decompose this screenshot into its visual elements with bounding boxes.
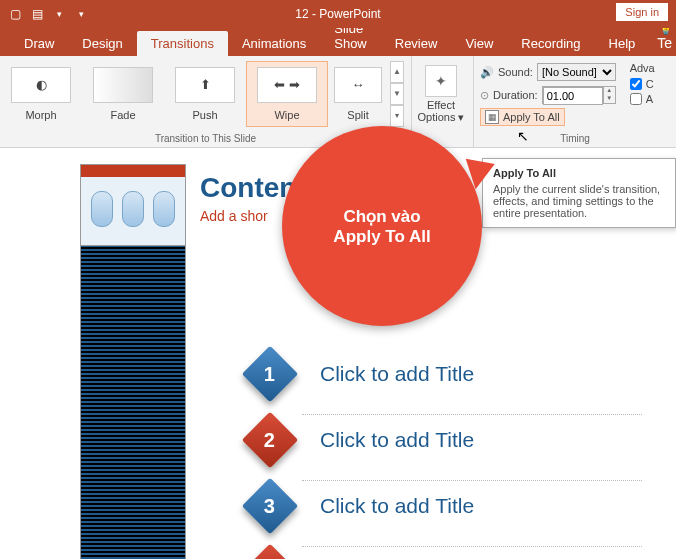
sound-label: Sound: bbox=[498, 66, 533, 78]
content-item-2[interactable]: 2 Click to add Title bbox=[250, 420, 676, 460]
effect-options-icon: ✦ bbox=[425, 65, 457, 97]
tab-view[interactable]: View bbox=[451, 31, 507, 56]
content-items: 1 Click to add Title 2 Click to add Titl… bbox=[250, 354, 676, 559]
ribbon: ◐ Morph Fade ⬆ Push ⬅ ➡ Wipe ↔ Split ▲ ▼ bbox=[0, 56, 676, 148]
wipe-icon: ⬅ ➡ bbox=[257, 67, 317, 103]
fade-icon bbox=[93, 67, 153, 103]
transition-wipe[interactable]: ⬅ ➡ Wipe bbox=[246, 61, 328, 127]
gallery-up-icon[interactable]: ▲ bbox=[390, 61, 404, 83]
push-label: Push bbox=[192, 109, 217, 121]
item-title[interactable]: Click to add Title bbox=[320, 362, 474, 386]
phone-icon bbox=[153, 191, 175, 227]
fade-label: Fade bbox=[110, 109, 135, 121]
phone-icon bbox=[122, 191, 144, 227]
customize-qat-icon[interactable]: ▾ bbox=[72, 4, 90, 24]
content-item-1[interactable]: 1 Click to add Title bbox=[250, 354, 676, 394]
timing-group: 🔊 Sound: [No Sound] ⊙ Duration: ▲▼ ▦ App… bbox=[474, 56, 676, 147]
onclick-checkbox[interactable] bbox=[630, 78, 642, 90]
content-item-4[interactable]: 4 Click to add Title bbox=[250, 552, 676, 559]
tab-help[interactable]: Help bbox=[595, 31, 650, 56]
onclick-label: C bbox=[646, 78, 654, 90]
apply-all-label: Apply To All bbox=[503, 111, 560, 123]
wipe-label: Wipe bbox=[274, 109, 299, 121]
timing-group-label: Timing bbox=[474, 131, 676, 147]
gallery-more-icon[interactable]: ▾ bbox=[390, 105, 404, 127]
apply-all-icon: ▦ bbox=[485, 110, 499, 124]
gallery-scroll: ▲ ▼ ▾ bbox=[390, 61, 404, 127]
duration-spinner[interactable]: ▲▼ bbox=[542, 86, 616, 104]
tab-draw[interactable]: Draw bbox=[10, 31, 68, 56]
apply-to-all-button[interactable]: ▦ Apply To All bbox=[480, 108, 565, 126]
gallery-down-icon[interactable]: ▼ bbox=[390, 83, 404, 105]
slide-header-image bbox=[80, 164, 186, 246]
window-title: 12 - PowerPoint bbox=[295, 7, 380, 21]
tab-review[interactable]: Review bbox=[381, 31, 452, 56]
tooltip-title: Apply To All bbox=[493, 167, 665, 179]
transition-morph[interactable]: ◐ Morph bbox=[0, 61, 82, 127]
tooltip-body: Apply the current slide's transition, ef… bbox=[493, 183, 665, 219]
item-title[interactable]: Click to add Title bbox=[320, 428, 474, 452]
transition-fade[interactable]: Fade bbox=[82, 61, 164, 127]
duration-label: Duration: bbox=[493, 89, 538, 101]
effect-options-label: Effect Options ▾ bbox=[415, 99, 467, 123]
sidebar-stripes bbox=[80, 246, 186, 559]
spin-up-icon[interactable]: ▲ bbox=[604, 87, 615, 95]
item-title[interactable]: Click to add Title bbox=[320, 494, 474, 518]
callout-line1: Chọn vào bbox=[343, 206, 420, 227]
duration-icon: ⊙ bbox=[480, 89, 489, 102]
content-item-3[interactable]: 3 Click to add Title bbox=[250, 486, 676, 526]
spin-down-icon[interactable]: ▼ bbox=[604, 95, 615, 103]
item-number-cube: 3 bbox=[242, 478, 299, 535]
tab-recording[interactable]: Recording bbox=[507, 31, 594, 56]
callout-line2: Apply To All bbox=[333, 227, 430, 247]
item-number-cube: 2 bbox=[242, 412, 299, 469]
apply-all-tooltip: Apply To All Apply the current slide's t… bbox=[482, 158, 676, 228]
sound-select[interactable]: [No Sound] bbox=[537, 63, 616, 81]
split-label: Split bbox=[347, 109, 368, 121]
titlebar: ▢ ▤ ▾ ▾ 12 - PowerPoint Sign in bbox=[0, 0, 676, 28]
advance-label: Adva bbox=[630, 62, 670, 74]
phone-icon bbox=[91, 191, 113, 227]
tab-transitions[interactable]: Transitions bbox=[137, 31, 228, 56]
duration-input[interactable] bbox=[543, 87, 603, 105]
tab-animations[interactable]: Animations bbox=[228, 31, 320, 56]
tab-design[interactable]: Design bbox=[68, 31, 136, 56]
item-number-cube: 4 bbox=[242, 544, 299, 559]
sound-icon: 🔊 bbox=[480, 66, 494, 79]
after-label: A bbox=[646, 93, 653, 105]
annotation-callout: Chọn vào Apply To All bbox=[282, 126, 482, 326]
morph-icon: ◐ bbox=[11, 67, 71, 103]
layout-icon[interactable]: ▤ bbox=[28, 4, 46, 24]
push-icon: ⬆ bbox=[175, 67, 235, 103]
morph-label: Morph bbox=[25, 109, 56, 121]
quick-access-toolbar: ▢ ▤ ▾ ▾ bbox=[0, 0, 96, 28]
transition-push[interactable]: ⬆ Push bbox=[164, 61, 246, 127]
effect-options-button[interactable]: ✦ Effect Options ▾ bbox=[412, 61, 470, 127]
ribbon-tabs: Draw Design Transitions Animations Slide… bbox=[0, 28, 676, 56]
transition-split[interactable]: ↔ Split bbox=[328, 61, 388, 127]
split-icon: ↔ bbox=[334, 67, 382, 103]
item-number-cube: 1 bbox=[242, 346, 299, 403]
after-checkbox[interactable] bbox=[630, 93, 642, 105]
sign-in-button[interactable]: Sign in bbox=[616, 3, 668, 21]
qat-more-icon[interactable]: ▾ bbox=[50, 4, 68, 24]
new-file-icon[interactable]: ▢ bbox=[6, 4, 24, 24]
